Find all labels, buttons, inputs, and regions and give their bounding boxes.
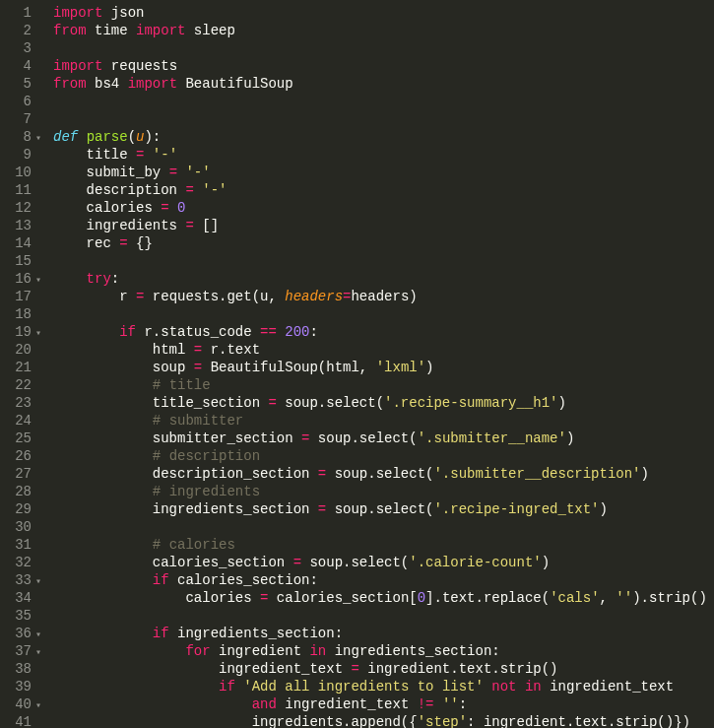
- line-number: 5: [0, 75, 32, 93]
- code-line[interactable]: submitter_section = soup.select('.submit…: [53, 430, 707, 447]
- line-number: 11: [0, 181, 32, 199]
- code-line[interactable]: [53, 607, 707, 625]
- code-line[interactable]: from bs4 import BeautifulSoup: [53, 75, 707, 93]
- fold-toggle-icon[interactable]: ▾: [35, 573, 41, 591]
- token-p: ): [600, 501, 608, 517]
- line-number: 9: [0, 146, 32, 164]
- code-line[interactable]: title_section = soup.select('.recipe-sum…: [53, 394, 707, 412]
- token-k: =: [185, 182, 193, 198]
- code-line[interactable]: # title: [53, 376, 707, 394]
- token-k: if: [153, 572, 169, 588]
- token-p: [235, 679, 243, 695]
- code-line[interactable]: import json: [53, 4, 707, 22]
- token-s: '-': [153, 147, 177, 163]
- token-p: ingredient_text: [277, 696, 418, 712]
- token-k: =: [185, 218, 193, 233]
- code-line[interactable]: calories_section = soup.select('.calorie…: [53, 554, 707, 571]
- token-p: time: [87, 23, 136, 38]
- code-line[interactable]: # ingredients: [53, 483, 707, 500]
- line-number-gutter: 12345678▾910111213141516▾171819▾20212223…: [0, 0, 41, 728]
- line-number: 28: [0, 483, 32, 500]
- code-line[interactable]: description = '-': [53, 181, 707, 199]
- token-c: # title: [153, 377, 211, 393]
- token-p: submitter_section: [53, 430, 301, 446]
- code-line[interactable]: and ingredient_text != '':: [53, 695, 707, 713]
- line-number: 23: [0, 394, 32, 412]
- code-line[interactable]: soup = BeautifulSoup(html, 'lxml'): [53, 359, 707, 376]
- code-line[interactable]: def parse(u):: [53, 128, 707, 146]
- fold-toggle-icon[interactable]: ▾: [35, 697, 41, 715]
- code-line[interactable]: rec = {}: [53, 234, 707, 252]
- code-line[interactable]: [53, 39, 707, 57]
- token-k: =: [318, 466, 326, 482]
- code-line[interactable]: [53, 518, 707, 536]
- line-number: 4: [0, 57, 32, 75]
- line-number: 8▾: [0, 128, 32, 146]
- code-line[interactable]: # description: [53, 447, 707, 465]
- code-line[interactable]: [53, 93, 707, 110]
- line-number: 17: [0, 288, 32, 305]
- token-p: soup.select(: [326, 501, 433, 517]
- token-k: import: [128, 76, 177, 92]
- code-line[interactable]: ingredient_text = ingredient.text.strip(…: [53, 660, 707, 678]
- code-line[interactable]: if ingredients_section:: [53, 625, 707, 642]
- code-line[interactable]: html = r.text: [53, 341, 707, 359]
- code-line[interactable]: r = requests.get(u, headers=headers): [53, 288, 707, 305]
- token-p: ingredients_section:: [326, 643, 499, 659]
- code-line[interactable]: try:: [53, 270, 707, 288]
- token-s: '.calorie-count': [409, 555, 541, 570]
- code-line[interactable]: submit_by = '-': [53, 164, 707, 181]
- fold-toggle-icon[interactable]: ▾: [35, 627, 41, 644]
- token-p: ingredient: [211, 643, 310, 659]
- code-editor[interactable]: 12345678▾910111213141516▾171819▾20212223…: [0, 0, 714, 728]
- fold-toggle-icon[interactable]: ▾: [35, 325, 41, 343]
- code-line[interactable]: for ingredient in ingredients_section:: [53, 642, 707, 660]
- code-line[interactable]: ingredients.append({'step': ingredient.t…: [53, 713, 707, 728]
- code-line[interactable]: if calories_section:: [53, 571, 707, 589]
- code-line[interactable]: import requests: [53, 57, 707, 75]
- token-p: ): [542, 555, 550, 570]
- token-p: ingredients_section:: [169, 626, 343, 641]
- fold-toggle-icon[interactable]: ▾: [35, 130, 41, 148]
- code-content[interactable]: import jsonfrom time import sleepimport …: [41, 0, 707, 728]
- line-number: 22: [0, 376, 32, 394]
- token-p: ingredient_text: [542, 679, 674, 695]
- token-p: [53, 324, 119, 340]
- code-line[interactable]: [53, 305, 707, 323]
- code-line[interactable]: title = '-': [53, 146, 707, 164]
- code-line[interactable]: [53, 252, 707, 270]
- token-k: if: [153, 626, 169, 641]
- token-na: headers: [285, 289, 343, 304]
- code-line[interactable]: from time import sleep: [53, 22, 707, 39]
- code-line[interactable]: if r.status_code == 200:: [53, 323, 707, 341]
- code-line[interactable]: [53, 110, 707, 128]
- line-number: 33▾: [0, 571, 32, 589]
- token-p: [53, 572, 153, 588]
- token-p: calories_section[: [268, 590, 417, 606]
- token-s: 'cals': [550, 590, 599, 606]
- line-number: 2: [0, 22, 32, 39]
- fold-toggle-icon[interactable]: ▾: [35, 272, 41, 290]
- line-number: 32: [0, 554, 32, 571]
- token-p: rec: [53, 235, 119, 251]
- token-k: and: [252, 696, 277, 712]
- token-p: [434, 696, 442, 712]
- code-line[interactable]: # submitter: [53, 412, 707, 430]
- token-k: =: [268, 395, 276, 411]
- token-k: import: [53, 58, 102, 74]
- code-line[interactable]: description_section = soup.select('.subm…: [53, 465, 707, 483]
- fold-toggle-icon[interactable]: ▾: [35, 644, 41, 662]
- code-line[interactable]: ingredients_section = soup.select('.reci…: [53, 500, 707, 518]
- token-n: 200: [285, 324, 309, 340]
- token-k: !=: [418, 696, 434, 712]
- code-line[interactable]: # calories: [53, 536, 707, 554]
- token-p: headers): [351, 289, 417, 304]
- token-p: html: [53, 342, 194, 358]
- line-number: 35: [0, 607, 32, 625]
- code-line[interactable]: ingredients = []: [53, 217, 707, 234]
- line-number: 15: [0, 252, 32, 270]
- code-line[interactable]: calories = calories_section[0].text.repl…: [53, 589, 707, 607]
- code-line[interactable]: if 'Add all ingredients to list' not in …: [53, 678, 707, 695]
- code-line[interactable]: calories = 0: [53, 199, 707, 217]
- line-number: 40▾: [0, 695, 32, 713]
